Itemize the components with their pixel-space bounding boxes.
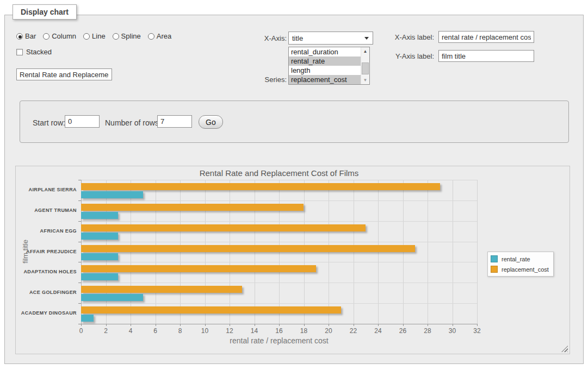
chart-type-radio-area[interactable]: Area [148,32,171,40]
start-row-label: Start row: [33,118,65,127]
bar-replacement_cost [81,245,415,252]
bar-rental_rate [81,212,118,219]
radio-icon [148,33,154,40]
x-tick-label: 18 [300,327,307,335]
bar-rental_rate [81,253,118,260]
chart-type-radio-group: BarColumnLineSplineArea [16,31,178,40]
stacked-checkbox[interactable]: Stacked [16,48,52,56]
x-axis-label-input[interactable] [438,31,534,43]
chart: Rental Rate and Replacement Cost of Film… [15,166,570,354]
bar-replacement_cost [81,183,440,190]
chart-type-radio-column[interactable]: Column [43,32,76,40]
x-tick-label: 6 [153,327,157,335]
gridline [81,283,477,283]
start-row-input[interactable] [65,115,100,128]
scroll-down-icon[interactable]: ▼ [361,76,369,84]
chart-type-radio-bar[interactable]: Bar [16,32,36,40]
chart-legend: rental_ratereplacement_cost [487,252,554,277]
stacked-label: Stacked [26,48,52,56]
y-axis-label-input[interactable] [438,50,534,62]
legend-item: replacement_cost [491,264,549,274]
series-option-length[interactable]: length [289,66,361,75]
x-tick-label: 28 [424,327,431,335]
scrollbar-thumb[interactable] [362,62,369,74]
series-listbox-label: Series: [211,76,287,84]
gridline [477,180,478,324]
category-label: AFFAIR PREJUDICE [16,249,77,254]
x-tick-label: 4 [129,327,133,335]
radio-label: Line [92,32,106,40]
category-label: ADAPTATION HOLES [16,269,77,274]
checkbox-icon [16,49,23,55]
category-label: AGENT TRUMAN [16,208,77,213]
legend-swatch [491,255,498,262]
legend-item: rental_rate [491,254,549,264]
gridline [81,262,477,262]
legend-swatch [491,266,498,273]
radio-icon [43,33,49,40]
legend-label: rental_rate [502,256,530,262]
bar-rental_rate [81,233,118,240]
x-tick-label: 30 [449,327,456,335]
series-option-replacement_cost[interactable]: replacement_cost [289,75,361,84]
bar-replacement_cost [81,224,366,231]
category-label: AIRPLANE SIERRA [16,187,77,192]
radio-label: Column [52,32,76,40]
category-label: ACADEMY DINOSAUR [16,310,77,316]
category-label: ACE GOLDFINGER [16,290,77,295]
bar-replacement_cost [81,286,242,293]
x-tick-label: 16 [275,327,282,335]
x-tick-label: 20 [325,327,332,335]
radio-icon [83,33,90,40]
y-axis-label-field-label: Y-Axis label: [358,52,434,60]
radio-label: Area [157,32,171,40]
bar-rental_rate [81,191,143,198]
legend-label: replacement_cost [502,266,549,273]
x-axis-selected-value: title [292,34,303,42]
panel-legend: Display chart [13,4,77,20]
series-listbox-options: rental_durationrental_ratelengthreplacem… [289,47,361,84]
bar-rental_rate [81,273,118,280]
x-tick-label: 0 [79,327,83,335]
radio-label: Bar [25,32,36,40]
gridline [81,242,477,242]
display-chart-panel: Display chart BarColumnLineSplineArea St… [4,15,584,364]
x-tick-label: 10 [201,327,208,335]
x-tick-label: 14 [251,327,258,335]
series-option-rental_rate[interactable]: rental_rate [289,57,361,66]
num-rows-label: Number of rows: [105,118,161,127]
radio-icon [16,33,23,40]
gridline [81,221,477,222]
x-tick-label: 12 [226,327,233,335]
go-button[interactable]: Go [199,115,223,129]
x-tick-label: 22 [350,327,357,335]
chart-type-radio-line[interactable]: Line [83,32,106,40]
x-tick-label: 24 [374,327,381,335]
series-option-rental_duration[interactable]: rental_duration [289,47,361,57]
chart-type-radio-spline[interactable]: Spline [113,32,141,40]
bar-replacement_cost [81,204,304,211]
num-rows-input[interactable] [157,115,192,128]
gridline [81,180,477,180]
x-axis-select-label: X-Axis: [211,34,287,42]
radio-icon [113,33,119,40]
category-label: AFRICAN EGG [16,228,77,234]
gridline [428,180,428,324]
chart-title: Rental Rate and Replacement Cost of Film… [81,168,477,178]
gridline [453,180,453,324]
radio-label: Spline [121,32,141,40]
chart-title-input[interactable] [16,68,112,80]
x-tick-label: 32 [473,327,480,335]
resize-grip-icon[interactable] [561,346,568,352]
x-axis-label-field-label: X-Axis label: [358,33,434,41]
bar-replacement_cost [81,265,316,272]
x-tick-label: 2 [104,327,108,335]
page: Display chart BarColumnLineSplineArea St… [0,0,588,370]
bar-rental_rate [81,315,94,322]
bar-rental_rate [81,294,143,301]
row-range-controls: Start row: Number of rows: Go [20,101,569,143]
x-axis-line [81,324,478,324]
x-tick-label: 8 [178,327,182,335]
gridline [81,303,477,304]
chart-x-axis-title: rental rate / replacement cost [81,336,477,345]
